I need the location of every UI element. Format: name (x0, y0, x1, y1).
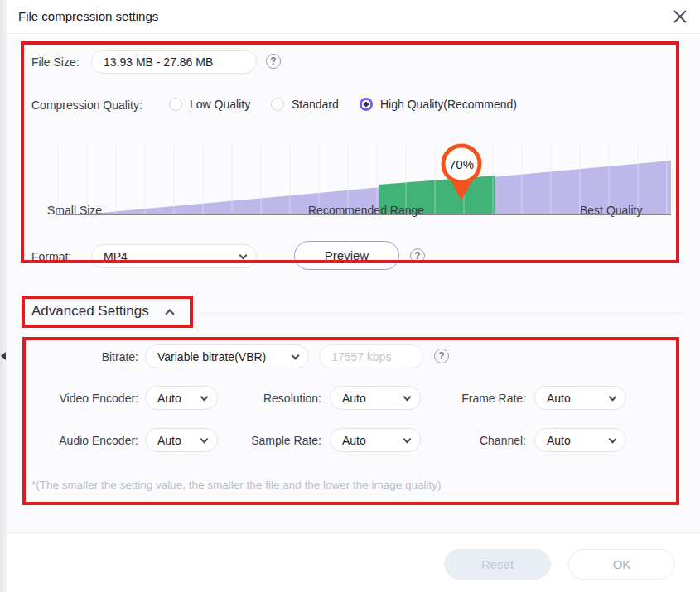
channel-select[interactable]: Auto (534, 428, 626, 452)
chevron-down-icon (609, 392, 617, 401)
file-compression-dialog: File compression settings File Size: ? C… (0, 0, 700, 592)
video-encoder-select[interactable]: Auto (145, 386, 218, 410)
chevron-down-icon (403, 435, 412, 443)
sample-rate-value: Auto (342, 434, 366, 447)
settings-note: *(The smaller the setting value, the sma… (31, 479, 442, 491)
resolution-label: Resolution: (249, 392, 321, 405)
advanced-settings-label: Advanced Settings (31, 303, 149, 319)
format-label: Format: (31, 250, 71, 263)
slider-center-label: Recommended Range (308, 204, 424, 217)
resolution-value: Auto (342, 392, 366, 405)
sample-rate-label: Sample Rate: (249, 434, 321, 447)
preview-button[interactable]: Preview (294, 241, 399, 270)
ok-button[interactable]: OK (568, 549, 675, 580)
marker-value: 70% (449, 157, 474, 171)
file-size-label: File Size: (31, 55, 80, 69)
radio-high-quality[interactable]: High Quality(Recommend) (360, 93, 517, 116)
preview-button-label: Preview (325, 248, 369, 262)
radio-icon[interactable] (360, 98, 373, 111)
format-value: MP4 (104, 250, 128, 263)
audio-encoder-select[interactable]: Auto (145, 428, 218, 452)
reset-button[interactable]: Reset (444, 549, 551, 580)
frame-rate-select[interactable]: Auto (534, 386, 626, 410)
frame-rate-value: Auto (547, 392, 571, 405)
audio-encoder-value: Auto (157, 434, 181, 447)
preview-help-icon[interactable]: ? (410, 248, 425, 263)
video-encoder-value: Auto (157, 392, 181, 405)
advanced-settings-toggle[interactable]: Advanced Settings (31, 303, 149, 320)
section-divider (199, 313, 681, 314)
bitrate-help-icon[interactable]: ? (434, 349, 449, 363)
chevron-down-icon (292, 351, 300, 359)
bitrate-kbps-input[interactable] (319, 344, 423, 368)
window-left-gutter (0, 0, 7, 592)
sample-rate-select[interactable]: Auto (330, 428, 421, 452)
chevron-down-icon (239, 251, 248, 259)
format-select[interactable]: MP4 (91, 244, 257, 268)
compression-quality-label: Compression Quality: (31, 99, 142, 112)
radio-icon[interactable] (169, 98, 182, 111)
chevron-down-icon (609, 435, 617, 443)
reset-button-label: Reset (481, 557, 514, 571)
file-size-input[interactable] (91, 50, 257, 74)
chevron-down-icon (200, 435, 209, 443)
radio-label: Standard (292, 98, 339, 111)
slider-left-label: Small Size (47, 204, 102, 217)
channel-value: Auto (547, 434, 571, 447)
title-bar: File compression settings (7, 0, 700, 34)
resolution-select[interactable]: Auto (330, 386, 421, 410)
audio-encoder-label: Audio Encoder: (31, 434, 138, 447)
chevron-down-icon (200, 392, 209, 401)
radio-low-quality[interactable]: Low Quality (169, 93, 250, 116)
frame-rate-label: Frame Rate: (451, 392, 526, 405)
ok-button-label: OK (613, 557, 631, 571)
bitrate-select[interactable]: Variable bitrate(VBR) (145, 344, 309, 368)
close-icon[interactable] (671, 7, 689, 26)
radio-label: Low Quality (190, 98, 250, 111)
footer-divider (7, 532, 700, 533)
chevron-down-icon (403, 392, 412, 401)
radio-icon[interactable] (271, 98, 284, 111)
video-encoder-label: Video Encoder: (31, 392, 138, 405)
slider-right-label: Best Quality (580, 204, 642, 217)
file-size-help-icon[interactable]: ? (266, 54, 281, 69)
bitrate-label: Bitrate: (31, 350, 138, 363)
radio-label: High Quality(Recommend) (380, 98, 517, 111)
collapse-left-icon[interactable] (1, 352, 6, 360)
channel-label: Channel: (451, 434, 526, 447)
dialog-title: File compression settings (18, 9, 158, 23)
radio-standard[interactable]: Standard (271, 93, 339, 116)
bitrate-value: Variable bitrate(VBR) (157, 350, 266, 363)
